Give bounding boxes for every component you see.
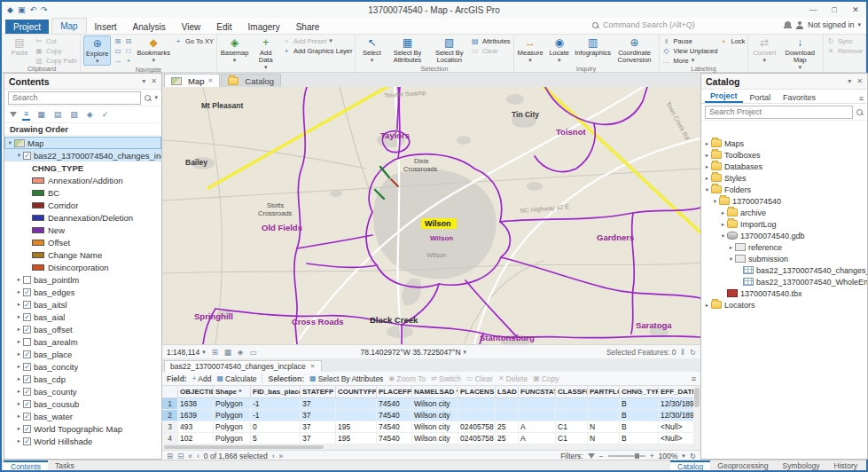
expander-icon[interactable]: ▸ — [15, 301, 23, 308]
ribbon-tab-edit[interactable]: Edit — [208, 20, 239, 34]
layer-checkbox[interactable]: ✓ — [23, 388, 31, 396]
column-header[interactable]: CHNG_TYPE — [620, 386, 659, 397]
infographics-button[interactable]: ▥ Infographics — [575, 35, 612, 58]
catalog-item[interactable]: ▸reference — [701, 241, 867, 253]
column-header[interactable]: EFF_DATE — [659, 386, 698, 397]
ribbon-tab-map[interactable]: Map — [51, 18, 86, 34]
layer-checkbox[interactable]: ✓ — [23, 288, 31, 296]
next-extent-icon[interactable]: ↔ — [113, 57, 122, 66]
contents-item[interactable]: ▸bas_arealm — [4, 335, 161, 348]
attributes-button[interactable]: ▤Attributes — [471, 36, 511, 45]
catalog-menu-icon[interactable]: ≡ — [859, 94, 864, 103]
table-row[interactable]: 3493Polygon03719574540Wilson city0240575… — [162, 421, 700, 433]
layer-checkbox[interactable] — [23, 276, 31, 284]
measure-button[interactable]: ↔ Measure ▾ — [517, 35, 544, 64]
column-header[interactable]: FUNCSTAT — [519, 386, 556, 397]
column-header[interactable]: FID_bas_place — [251, 386, 301, 397]
copy-button[interactable]: ▣Copy — [35, 46, 77, 55]
contents-item[interactable]: New — [4, 224, 161, 236]
row-selector[interactable]: 4 — [162, 433, 178, 444]
map-canvas[interactable]: Mt PleasantBaileyTin CityTaylorsToisnotD… — [162, 87, 700, 344]
sync-button[interactable]: ↻Sync — [826, 36, 863, 45]
undo-button[interactable]: ↶ — [29, 5, 36, 14]
expander-icon[interactable]: ▾ — [727, 256, 735, 263]
lock-labels-button[interactable]: ▪Lock — [719, 36, 745, 45]
zoom-to-button[interactable]: ◉Zoom To — [388, 374, 426, 383]
contents-item[interactable]: Change Name — [4, 248, 161, 261]
layer-checkbox[interactable] — [23, 338, 31, 346]
select-by-location-button[interactable]: ▧ Select By Location — [430, 35, 469, 65]
expander-icon[interactable]: ▸ — [15, 350, 23, 358]
auto-hide-icon[interactable]: ▾ — [142, 77, 145, 85]
contents-item[interactable]: ▸✓bas_water — [4, 410, 161, 422]
snapping-icon[interactable]: ▦ — [224, 348, 231, 357]
ribbon-tab-share[interactable]: Share — [288, 20, 328, 34]
catalog-search-input[interactable] — [705, 106, 853, 119]
layer-checkbox[interactable]: ✓ — [23, 363, 31, 371]
table-row[interactable]: 11638Polygon-13774540Wilson cityB12/30/1… — [162, 398, 700, 410]
contents-item[interactable]: ▸✓bas_edges — [4, 286, 161, 298]
view-unplaced-button[interactable]: ◇View Unplaced — [662, 46, 718, 55]
row-selector[interactable]: 1 — [162, 398, 178, 409]
contents-item[interactable]: CHNG_TYPE — [4, 161, 161, 174]
expander-icon[interactable]: ▸ — [15, 288, 23, 295]
notifications-icon[interactable] — [784, 20, 792, 29]
contents-item[interactable]: Corridor — [4, 199, 161, 211]
catalog-item[interactable]: ▾13700074540 — [701, 195, 867, 207]
layer-checkbox[interactable]: ✓ — [23, 326, 31, 334]
refresh-icon[interactable]: ↻ — [690, 348, 696, 357]
expander-icon[interactable]: ▸ — [15, 413, 23, 420]
selection-grid-icon[interactable]: ⊞ — [212, 348, 218, 357]
expander-icon[interactable]: ▸ — [15, 313, 23, 320]
layer-checkbox[interactable]: ✓ — [23, 425, 31, 433]
close-pane-icon[interactable]: ✕ — [856, 77, 863, 85]
panel-tab-contents[interactable]: Contents — [4, 460, 48, 470]
column-header[interactable]: OBJECTID * — [178, 386, 214, 397]
list-by-drawing-order-icon[interactable]: ≡ — [22, 108, 30, 121]
add-graphics-layer-button[interactable]: +Add Graphics Layer — [282, 46, 352, 55]
minimize-button[interactable]: — — [802, 2, 824, 18]
contents-item[interactable]: Deannexation/Deletion — [4, 211, 161, 224]
contents-item[interactable]: ▸✓bas_concity — [4, 360, 161, 373]
view-tab-catalog[interactable]: Catalog — [221, 74, 281, 87]
contents-item[interactable]: Offset — [4, 236, 161, 248]
ribbon-tab-analysis[interactable]: Analysis — [125, 20, 174, 34]
fixed-zoom-out-icon[interactable]: ▭ — [113, 47, 122, 56]
copy-path-button[interactable]: ▥Copy Path — [35, 56, 77, 65]
contents-item[interactable]: ▸✓bas_cousub — [4, 397, 161, 410]
command-search[interactable]: Command Search (Alt+Q) — [591, 20, 733, 29]
panel-tab-geoprocessing[interactable]: Geoprocessing — [710, 460, 775, 470]
layer-checkbox[interactable]: ✓ — [23, 413, 31, 421]
contents-item[interactable]: ▸✓World Hillshade — [4, 435, 161, 447]
contents-search-input[interactable] — [8, 91, 141, 105]
expander-icon[interactable]: ▸ — [703, 163, 711, 170]
coordinates-display[interactable]: 78.1402972°W 35.7225047°N ▾ — [360, 348, 466, 357]
table-grid[interactable]: OBJECTID *Shape *FID_bas_placeSTATEFP *C… — [162, 386, 700, 444]
select-by-attributes-table-button[interactable]: ▦Select By Attributes — [309, 374, 383, 383]
expander-icon[interactable]: ▸ — [727, 244, 735, 251]
contents-item[interactable]: ▸bas_pointlm — [4, 273, 161, 286]
panel-tab-catalog[interactable]: Catalog — [670, 460, 710, 470]
expander-icon[interactable]: ▸ — [703, 175, 711, 182]
contents-item[interactable]: Disincorporation — [4, 261, 161, 273]
column-header[interactable]: PLACENS — [458, 386, 496, 397]
expander-icon[interactable]: ▸ — [15, 400, 23, 407]
add-data-button[interactable]: + Add Data ▾ — [251, 35, 280, 71]
expander-icon[interactable]: ▸ — [15, 437, 23, 444]
clear-selection-button[interactable]: ▭Clear — [466, 374, 493, 383]
sign-in-menu[interactable]: Not signed in ▾ — [784, 20, 861, 29]
delete-selection-button[interactable]: ✕Delete — [498, 374, 528, 383]
expander-icon[interactable]: ▾ — [711, 198, 719, 205]
column-header[interactable]: PLACEFP * — [377, 386, 412, 397]
bookmarks-button[interactable]: ◆ Bookmarks ▾ — [135, 35, 172, 64]
expander-icon[interactable]: ▸ — [719, 209, 727, 216]
table-tab[interactable]: bas22_13700074540_changes_incplace ✕ — [164, 360, 322, 372]
coordinate-conversion-button[interactable]: ⊕ Coordinate Conversion — [614, 35, 656, 65]
expander-icon[interactable]: ▸ — [703, 152, 711, 159]
maximize-button[interactable]: □ — [824, 2, 845, 18]
list-by-selection-icon[interactable]: ▤ — [52, 109, 64, 120]
add-field-button[interactable]: +Add — [192, 374, 212, 383]
catalog-item[interactable]: 13700074540.tbx — [701, 287, 867, 299]
contents-item[interactable]: ▸✓bas_cdp — [4, 373, 161, 385]
ribbon-tab-view[interactable]: View — [174, 20, 209, 34]
